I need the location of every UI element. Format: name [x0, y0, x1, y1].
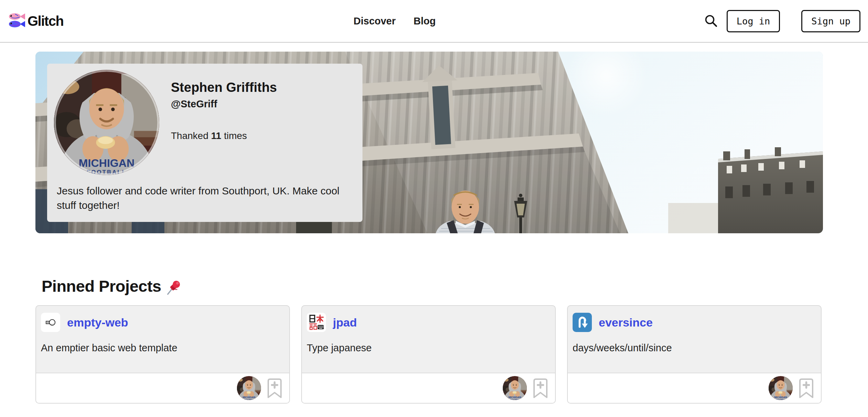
- search-icon[interactable]: [703, 13, 719, 29]
- thanks-count: 11: [211, 130, 221, 141]
- user-avatar-photo[interactable]: [769, 376, 793, 400]
- profile-cover: Stephen Griffiths @SteGriff Thanked 11 t…: [35, 52, 823, 233]
- project-card-footer: [302, 373, 555, 403]
- project-card-body: jpad Type japanese: [302, 306, 555, 373]
- bookmark-plus-icon[interactable]: [267, 377, 283, 399]
- nav-blog[interactable]: Blog: [414, 15, 436, 27]
- project-link-jpad[interactable]: jpad: [333, 316, 357, 329]
- pinned-projects-header: Pinned Projects: [42, 277, 822, 296]
- glitch-logo[interactable]: Glitch: [8, 12, 63, 30]
- nav-discover[interactable]: Discover: [354, 15, 396, 27]
- project-card-footer: [568, 373, 821, 403]
- pinned-projects-section: Pinned Projects: [35, 277, 822, 404]
- thanks-count-line: Thanked 11 times: [171, 130, 277, 141]
- project-link-eversince[interactable]: eversince: [599, 316, 653, 329]
- project-card-body: empty-web An emptier basic web template: [36, 306, 289, 373]
- japanese-characters-keyboard-icon: [307, 313, 326, 332]
- profile-text-block: Stephen Griffiths @SteGriff Thanked 11 t…: [171, 80, 277, 141]
- pinned-projects-grid: empty-web An emptier basic web template: [35, 305, 822, 404]
- project-description: An emptier basic web template: [41, 342, 284, 354]
- profile-bio: Jesus follower and code writer from Sout…: [57, 184, 351, 212]
- top-navbar: Glitch Discover Blog Log in Sign up: [0, 0, 868, 43]
- clockwise-arrows-icon: [573, 313, 592, 332]
- header-actions: Log in Sign up: [703, 10, 860, 32]
- project-description: Type japanese: [307, 342, 550, 354]
- project-link-empty-web[interactable]: empty-web: [67, 316, 128, 329]
- user-avatar-photo[interactable]: [503, 376, 527, 400]
- user-avatar-photo: [54, 70, 159, 175]
- signup-button[interactable]: Sign up: [801, 10, 860, 32]
- pinned-projects-title: Pinned Projects: [42, 277, 161, 296]
- project-card-eversince[interactable]: eversince days/weeks/until/since: [567, 305, 822, 404]
- profile-handle: @SteGriff: [171, 98, 277, 110]
- project-card-empty-web[interactable]: empty-web An emptier basic web template: [35, 305, 290, 404]
- brand-wordmark: Glitch: [28, 13, 63, 29]
- bookmark-plus-icon[interactable]: [798, 377, 814, 399]
- project-card-footer: [36, 373, 289, 403]
- profile-card: Stephen Griffiths @SteGriff Thanked 11 t…: [47, 64, 362, 222]
- project-card-body: eversince days/weeks/until/since: [568, 306, 821, 373]
- project-description: days/weeks/until/since: [573, 342, 815, 354]
- profile-name: Stephen Griffiths: [171, 80, 277, 95]
- red-pushpin-icon: [166, 279, 182, 296]
- user-avatar-photo[interactable]: [237, 376, 261, 400]
- main-nav: Discover Blog: [354, 0, 436, 42]
- knob-icon: [41, 313, 60, 332]
- glitch-fish-icon: [8, 12, 26, 30]
- login-button[interactable]: Log in: [727, 10, 780, 32]
- bookmark-plus-icon[interactable]: [532, 377, 549, 399]
- project-card-jpad[interactable]: jpad Type japanese: [301, 305, 556, 404]
